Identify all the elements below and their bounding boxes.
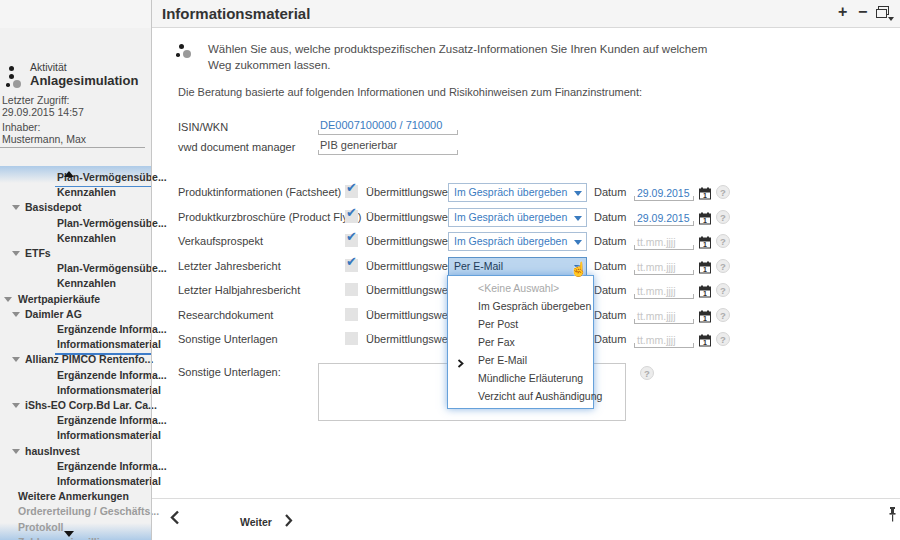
date-label: Datum	[594, 235, 626, 247]
sidebar-tree-item[interactable]: Kennzahlen	[0, 232, 151, 247]
help-icon[interactable]: ?	[716, 332, 730, 346]
scroll-down-icon[interactable]	[64, 531, 74, 537]
collapse-icon[interactable]	[12, 357, 20, 362]
document-label: Researchdokument	[178, 309, 273, 321]
svg-text:1: 1	[703, 266, 707, 273]
document-checkbox[interactable]	[345, 234, 358, 247]
sidebar-tree-item[interactable]: Ordererteilung / Geschäfts...	[0, 505, 151, 520]
sidebar-tree-item[interactable]: Informationsmaterial	[0, 429, 151, 444]
window-layout-icon[interactable]	[876, 6, 894, 22]
document-checkbox[interactable]	[345, 259, 358, 272]
calendar-icon[interactable]: 1	[699, 211, 711, 229]
sidebar-tree-item[interactable]: Basisdepot	[0, 201, 151, 216]
sidebar-tree-item[interactable]: Plan-Vermögensübe...	[0, 217, 151, 232]
sidebar-tree-item[interactable]: Wertpapierkäufe	[0, 293, 151, 308]
sidebar-tree-item[interactable]: Informationsmaterial	[0, 338, 151, 353]
delivery-way-select[interactable]: Im Gespräch übergeben	[448, 232, 587, 251]
document-checkbox[interactable]	[345, 185, 358, 198]
help-icon[interactable]: ?	[716, 210, 730, 224]
sidebar-tree-item[interactable]: Protokoll	[0, 521, 151, 536]
calendar-icon[interactable]: 1	[699, 235, 711, 253]
sidebar-tree-item[interactable]: ETFs	[0, 247, 151, 262]
vwd-field[interactable]: PIB generierbar	[318, 139, 458, 155]
notes-help-icon[interactable]: ?	[640, 366, 654, 380]
svg-text:1: 1	[703, 290, 707, 297]
sidebar-tree-item[interactable]: Ergänzende Informa...	[0, 323, 151, 338]
sidebar-tree-item[interactable]: Kennzahlen	[0, 186, 151, 201]
document-checkbox[interactable]	[345, 332, 358, 345]
sidebar-tree-item[interactable]: Allianz PIMCO Rentenfo...	[0, 353, 151, 368]
sidebar-tree-item[interactable]: Ergänzende Informa...	[0, 460, 151, 475]
tree-item-label: Weitere Anmerkungen	[18, 490, 129, 502]
collapse-icon[interactable]	[4, 297, 12, 302]
dropdown-option[interactable]: Per E-Mail	[448, 351, 593, 369]
collapse-icon[interactable]	[12, 403, 20, 408]
chevron-right-icon	[284, 513, 293, 530]
pin-icon[interactable]	[887, 507, 898, 526]
collapse-icon[interactable]	[12, 251, 20, 256]
sidebar-tree-item[interactable]: Plan-Vermögensübe...	[0, 262, 151, 277]
calendar-icon[interactable]: 1	[699, 260, 711, 278]
calendar-icon[interactable]: 1	[699, 309, 711, 327]
sidebar-tree-item[interactable]: Weitere Anmerkungen	[0, 490, 151, 505]
zoom-in-button[interactable]: +	[838, 3, 847, 21]
svg-text:1: 1	[703, 192, 707, 199]
dropdown-option[interactable]: Per Post	[448, 315, 593, 333]
document-label: Sonstige Unterlagen	[178, 333, 278, 345]
collapse-icon[interactable]	[12, 449, 20, 454]
dropdown-option[interactable]: Im Gespräch übergeben	[448, 297, 593, 315]
document-checkbox[interactable]	[345, 210, 358, 223]
delivery-way-label: Übermittlungsweg	[366, 260, 454, 272]
document-checkbox[interactable]	[345, 283, 358, 296]
sidebar-tree-item[interactable]: Ergänzende Informa...	[0, 369, 151, 384]
date-input[interactable]: 29.09.2015	[634, 185, 694, 201]
sidebar-tree-item[interactable]: Plan-Vermögensübe...	[0, 171, 151, 186]
document-label: Produktinformationen (Factsheet)	[178, 186, 341, 198]
help-icon[interactable]: ?	[716, 234, 730, 248]
collapse-icon[interactable]	[12, 312, 20, 317]
chevron-down-icon	[574, 191, 582, 196]
next-button-label: Weiter	[240, 516, 272, 528]
sidebar-tree-item[interactable]: Kennzahlen	[0, 277, 151, 292]
help-icon[interactable]: ?	[716, 308, 730, 322]
tree-item-label: hausInvest	[25, 445, 80, 457]
isin-field[interactable]: DE0007100000 / 710000	[318, 119, 458, 135]
scroll-up-icon[interactable]	[64, 171, 74, 177]
collapse-icon[interactable]	[12, 205, 20, 210]
delivery-way-select[interactable]: Per E-Mail	[448, 257, 587, 276]
notes-label: Sonstige Unterlagen:	[178, 366, 281, 378]
zoom-out-button[interactable]: −	[858, 3, 867, 21]
sidebar-tree-item[interactable]: hausInvest	[0, 445, 151, 460]
sidebar-tree-item[interactable]: Zahlungseinwilligung	[0, 536, 151, 540]
dropdown-option[interactable]: <Keine Auswahl>	[448, 279, 593, 297]
help-icon[interactable]: ?	[716, 185, 730, 199]
footer-back-button[interactable]	[169, 510, 180, 529]
calendar-icon[interactable]: 1	[699, 186, 711, 204]
tree-item-label: Kennzahlen	[57, 186, 116, 198]
document-checkbox[interactable]	[345, 308, 358, 321]
date-input[interactable]: tt.mm.jjjj	[634, 259, 694, 275]
date-input[interactable]: tt.mm.jjjj	[634, 283, 694, 299]
isin-label: ISIN/WKN	[178, 121, 228, 133]
help-icon[interactable]: ?	[716, 259, 730, 273]
sidebar-tree-item[interactable]: iShs-EO Corp.Bd Lar. Ca...	[0, 399, 151, 414]
delivery-way-select[interactable]: Im Gespräch übergeben	[448, 208, 587, 227]
dropdown-option[interactable]: Verzicht auf Aushändigung	[448, 387, 593, 405]
dropdown-option[interactable]: Mündliche Erläuterung	[448, 369, 593, 387]
calendar-icon[interactable]: 1	[699, 284, 711, 302]
sidebar-tree-item[interactable]: Daimler AG	[0, 308, 151, 323]
sidebar-tree-item[interactable]: Informationsmaterial	[0, 384, 151, 399]
date-input[interactable]: tt.mm.jjjj	[634, 332, 694, 348]
help-icon[interactable]: ?	[716, 283, 730, 297]
date-input[interactable]: 29.09.2015	[634, 210, 694, 226]
dropdown-option[interactable]: Per Fax	[448, 333, 593, 351]
panel-divider[interactable]	[151, 0, 152, 540]
date-input[interactable]: tt.mm.jjjj	[634, 234, 694, 250]
sidebar-tree-item[interactable]: Informationsmaterial	[0, 475, 151, 490]
delivery-way-select[interactable]: Im Gespräch übergeben	[448, 183, 587, 202]
date-input[interactable]: tt.mm.jjjj	[634, 308, 694, 324]
next-button[interactable]: Weiter	[240, 512, 293, 530]
document-label: Letzter Halbjahresbericht	[178, 284, 300, 296]
sidebar-tree-item[interactable]: Ergänzende Informa...	[0, 414, 151, 429]
calendar-icon[interactable]: 1	[699, 333, 711, 351]
